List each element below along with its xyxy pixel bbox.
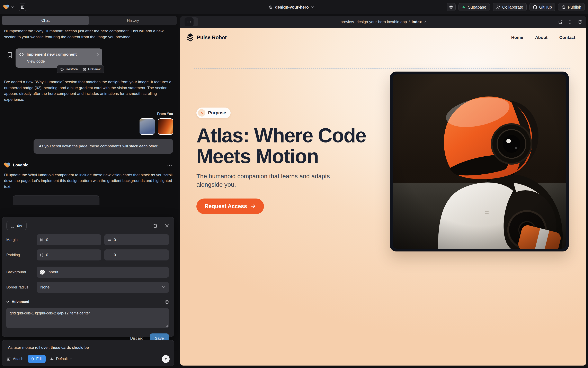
request-access-button[interactable]: Request Access bbox=[196, 199, 264, 214]
sliders-icon bbox=[50, 357, 54, 361]
mobile-view-button[interactable] bbox=[568, 20, 572, 24]
restore-icon bbox=[60, 68, 64, 71]
attachment-thumbnail-blue[interactable] bbox=[140, 118, 155, 135]
preview-label: Preview bbox=[88, 67, 100, 71]
publish-globe-icon bbox=[562, 5, 566, 9]
close-icon[interactable] bbox=[165, 224, 169, 228]
globe-icon bbox=[269, 5, 273, 9]
sidebar-toggle-button[interactable] bbox=[19, 3, 26, 11]
margin-y-field[interactable] bbox=[104, 234, 169, 245]
background-field[interactable]: Inherit bbox=[37, 267, 169, 278]
supabase-button[interactable]: Supabase bbox=[458, 3, 490, 11]
from-you-label: From You bbox=[4, 112, 173, 116]
chevron-down-icon[interactable] bbox=[11, 6, 14, 8]
preview-url[interactable]: preview--design-your-hero.lovable.app / … bbox=[341, 20, 426, 24]
preview-page: index bbox=[412, 20, 422, 24]
layers-logo-icon bbox=[187, 33, 194, 42]
nav-home[interactable]: Home bbox=[511, 35, 523, 40]
site-nav: Home About Contact bbox=[511, 35, 575, 40]
element-tag: div bbox=[17, 223, 22, 228]
margin-x-icon bbox=[40, 238, 43, 242]
preview-pane: preview--design-your-hero.lovable.app / … bbox=[180, 16, 586, 366]
purpose-badge: Purpose bbox=[196, 108, 231, 118]
chat-input[interactable]: As user mouse roll over, these cards sho… bbox=[8, 345, 170, 350]
project-name: design-your-hero bbox=[275, 5, 309, 9]
site-header: Pulse Robot Home About Contact bbox=[180, 28, 586, 47]
chevron-down-icon bbox=[6, 301, 9, 303]
padding-x-icon bbox=[40, 253, 43, 257]
chevron-down-icon bbox=[424, 21, 426, 23]
cta-label: Request Access bbox=[205, 203, 247, 210]
padding-y-icon bbox=[108, 253, 111, 257]
preview-toolbar: preview--design-your-hero.lovable.app / … bbox=[180, 16, 586, 28]
restore-button[interactable]: Restore bbox=[60, 67, 78, 71]
padding-y-field[interactable] bbox=[104, 249, 169, 260]
target-icon bbox=[31, 357, 34, 361]
edit-label: Edit bbox=[36, 357, 43, 361]
help-icon[interactable] bbox=[165, 300, 169, 304]
supabase-icon bbox=[462, 5, 466, 9]
component-card-partial[interactable] bbox=[13, 195, 99, 205]
attachment-thumbnail-orange[interactable] bbox=[158, 118, 173, 135]
border-radius-select[interactable]: None bbox=[37, 282, 169, 293]
github-label: GitHub bbox=[539, 5, 552, 9]
default-label: Default bbox=[56, 357, 68, 361]
padding-x-field[interactable] bbox=[37, 249, 101, 260]
refresh-button[interactable] bbox=[578, 20, 582, 24]
preview-button[interactable]: Preview bbox=[83, 67, 100, 71]
margin-label: Margin bbox=[6, 238, 37, 242]
open-in-new-tab-button[interactable] bbox=[558, 20, 563, 24]
nav-contact[interactable]: Contact bbox=[559, 35, 575, 40]
site-brand[interactable]: Pulse Robot bbox=[187, 33, 227, 42]
chevron-down-icon bbox=[70, 358, 72, 360]
settings-button[interactable] bbox=[447, 3, 456, 11]
nav-about[interactable]: About bbox=[535, 35, 548, 40]
publish-button[interactable]: Publish bbox=[558, 3, 585, 11]
gear-icon bbox=[449, 5, 453, 9]
pulse-icon bbox=[198, 109, 205, 117]
collaborate-button[interactable]: Collaborate bbox=[493, 3, 527, 11]
background-label: Background bbox=[6, 270, 37, 274]
assistant-message-2: I've added a new "Why Humanoid" section … bbox=[4, 79, 173, 102]
arrow-right-icon bbox=[250, 204, 256, 209]
margin-x-field[interactable] bbox=[37, 234, 101, 245]
github-button[interactable]: GitHub bbox=[530, 3, 555, 11]
app-topbar: design-your-hero Supabase Collaborate bbox=[0, 0, 588, 14]
site-canvas: Pulse Robot Home About Contact Purpose A… bbox=[180, 28, 586, 366]
model-selector[interactable]: Default bbox=[50, 357, 72, 361]
assistant-name: Lovable bbox=[13, 163, 28, 167]
restore-label: Restore bbox=[66, 67, 78, 71]
send-button[interactable] bbox=[162, 355, 170, 363]
preview-domain: preview--design-your-hero.lovable.app bbox=[341, 20, 407, 24]
code-view-toggle[interactable] bbox=[185, 17, 198, 26]
delete-element-button[interactable] bbox=[153, 223, 157, 228]
resize-handle[interactable] bbox=[165, 325, 168, 327]
lovable-heart-icon[interactable] bbox=[3, 4, 9, 10]
url-divider: / bbox=[409, 20, 410, 24]
chat-panel: Chat History I'll implement the "Why Hum… bbox=[0, 14, 178, 368]
border-radius-value: None bbox=[40, 285, 49, 289]
project-switcher[interactable]: design-your-hero bbox=[269, 0, 314, 14]
bookmark-icon[interactable] bbox=[7, 52, 12, 58]
selected-element-pill[interactable]: div bbox=[6, 221, 27, 230]
view-code-link[interactable]: View code bbox=[27, 59, 99, 64]
tab-chat[interactable]: Chat bbox=[2, 16, 89, 25]
chat-history-tabs: Chat History bbox=[2, 16, 177, 25]
more-menu-icon[interactable] bbox=[167, 165, 172, 166]
assistant-message-1: I'll implement the "Why Humanoid" sectio… bbox=[4, 28, 173, 40]
attach-label: Attach bbox=[13, 357, 23, 361]
external-link-icon bbox=[83, 68, 86, 71]
tailwind-classes-input[interactable]: grid grid-cols-1 lg:grid-cols-2 gap-12 i… bbox=[6, 308, 169, 328]
hero-section-selected[interactable]: Purpose Atlas: Where Code Meets Motion T… bbox=[194, 68, 570, 253]
chevron-right-icon bbox=[96, 53, 99, 56]
component-card[interactable]: Implement new component View code Restor… bbox=[16, 48, 102, 68]
badge-label: Purpose bbox=[208, 110, 226, 116]
element-frame-icon bbox=[11, 224, 14, 228]
advanced-section-toggle[interactable]: Advanced bbox=[12, 300, 29, 304]
collaborate-label: Collaborate bbox=[502, 5, 523, 9]
element-inspector-panel: div Margin bbox=[2, 217, 174, 337]
attach-button[interactable]: Attach bbox=[7, 357, 23, 361]
tab-history[interactable]: History bbox=[89, 16, 177, 25]
margin-y-icon bbox=[108, 238, 111, 242]
edit-mode-button[interactable]: Edit bbox=[28, 355, 46, 363]
